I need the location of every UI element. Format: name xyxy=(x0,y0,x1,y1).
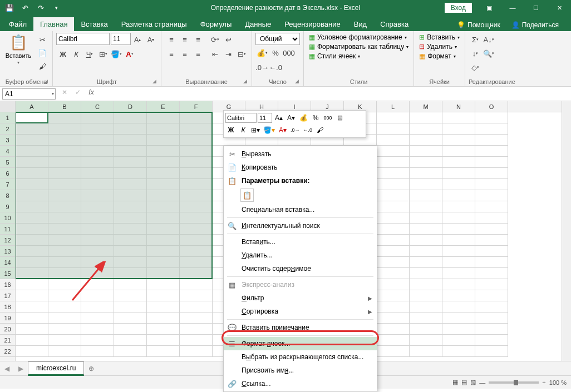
fx-icon[interactable]: fx xyxy=(85,88,98,100)
ctx-pick-from-list[interactable]: Выбрать из раскрывающегося списка... xyxy=(224,350,377,364)
row-header[interactable]: 7 xyxy=(0,179,15,190)
ctx-define-name[interactable]: Присвоить имя... xyxy=(224,364,377,377)
mini-increase-font-icon[interactable]: A▴ xyxy=(273,112,284,123)
sheet-tab[interactable]: microexcel.ru xyxy=(28,361,84,376)
mini-dec-decimal-icon[interactable]: ←.0 xyxy=(302,125,314,136)
sort-filter-icon[interactable]: A↓▾ xyxy=(483,33,495,46)
delete-cells-button[interactable]: ⊟Удалить▾ xyxy=(417,42,459,51)
ctx-filter[interactable]: Фильтр▶ xyxy=(224,291,377,305)
number-format-select[interactable]: Общий xyxy=(255,33,300,45)
tab-help[interactable]: Справка xyxy=(373,17,415,31)
row-header[interactable]: 4 xyxy=(0,146,15,157)
row-header[interactable]: 2 xyxy=(0,123,15,135)
enter-formula-icon[interactable]: ✓ xyxy=(71,88,85,100)
copy-icon[interactable]: 📄 xyxy=(36,47,48,59)
column-header[interactable]: O xyxy=(475,101,508,112)
redo-icon[interactable]: ↷ xyxy=(33,1,48,14)
dialog-launcher-icon[interactable]: ◢ xyxy=(242,78,248,85)
ctx-cut[interactable]: ✂Вырезать xyxy=(224,147,377,161)
align-bottom-icon[interactable]: ≡ xyxy=(192,33,204,46)
column-header[interactable]: L xyxy=(377,101,410,112)
zoom-out-icon[interactable]: — xyxy=(479,379,485,386)
tab-review[interactable]: Рецензирование xyxy=(278,17,347,31)
sheet-nav-prev-icon[interactable]: ◀ xyxy=(0,365,14,373)
signin-button[interactable]: Вход xyxy=(445,3,472,13)
tab-home[interactable]: Главная xyxy=(33,17,74,31)
row-header[interactable]: 3 xyxy=(0,135,15,146)
mini-italic-icon[interactable]: К xyxy=(238,125,249,136)
mini-fill-color-icon[interactable]: 🪣▾ xyxy=(262,125,276,136)
dialog-launcher-icon[interactable]: ◢ xyxy=(42,78,49,85)
minimize-icon[interactable]: — xyxy=(501,0,524,16)
column-header[interactable]: C xyxy=(81,101,114,112)
mini-font-size[interactable] xyxy=(258,113,272,123)
zoom-in-icon[interactable]: + xyxy=(542,379,545,386)
tab-insert[interactable]: Вставка xyxy=(74,17,114,31)
maximize-icon[interactable]: ☐ xyxy=(524,0,548,16)
column-header[interactable]: B xyxy=(48,101,81,112)
font-color-icon[interactable]: A▾ xyxy=(124,48,136,60)
zoom-level[interactable]: 100 % xyxy=(549,379,567,386)
ctx-insert-comment[interactable]: 💬Вставить примечание xyxy=(224,321,377,334)
row-header[interactable]: 20 xyxy=(0,324,15,335)
mini-comma-icon[interactable]: 000 xyxy=(322,112,333,123)
vertical-scrollbar[interactable] xyxy=(562,101,571,361)
decrease-font-icon[interactable]: A▾ xyxy=(145,33,157,46)
ctx-delete[interactable]: Удалить... xyxy=(224,249,377,262)
row-header[interactable]: 19 xyxy=(0,312,15,324)
row-header[interactable]: 10 xyxy=(0,212,15,224)
ctx-link[interactable]: 🔗Ссылка... xyxy=(224,377,377,390)
column-header[interactable]: D xyxy=(114,101,147,112)
view-page-layout-icon[interactable]: ▤ xyxy=(461,379,467,386)
paste-option-default[interactable]: 📋 xyxy=(240,188,254,202)
ctx-insert[interactable]: Вставить... xyxy=(224,235,377,249)
formula-input[interactable] xyxy=(98,88,571,100)
mini-font-color-icon[interactable]: A▾ xyxy=(277,125,288,136)
decrease-indent-icon[interactable]: ⇤ xyxy=(209,48,221,60)
decrease-decimal-icon[interactable]: ←.0 xyxy=(269,61,282,73)
row-header[interactable]: 18 xyxy=(0,301,15,312)
percent-icon[interactable]: % xyxy=(269,47,282,59)
find-icon[interactable]: 🔍▾ xyxy=(483,47,495,59)
ctx-format-cells[interactable]: ☰Формат ячеек... xyxy=(224,337,377,350)
merge-cells-icon[interactable]: ⊟▾ xyxy=(235,48,248,60)
dialog-launcher-icon[interactable]: ◢ xyxy=(151,78,157,85)
name-box[interactable]: A1▾ xyxy=(2,88,56,100)
column-header[interactable]: E xyxy=(147,101,180,112)
row-header[interactable]: 12 xyxy=(0,235,15,246)
font-name-select[interactable] xyxy=(56,33,110,45)
tab-page-layout[interactable]: Разметка страницы xyxy=(115,17,194,31)
view-page-break-icon[interactable]: ▧ xyxy=(470,379,476,386)
increase-decimal-icon[interactable]: .0→ xyxy=(256,61,268,73)
mini-merge-icon[interactable]: ⊟ xyxy=(334,112,346,123)
row-header[interactable]: 5 xyxy=(0,157,15,168)
view-normal-icon[interactable]: ▦ xyxy=(452,379,458,386)
mini-percent-icon[interactable]: % xyxy=(310,112,321,123)
paste-button[interactable]: 📋 Вставить ▾ xyxy=(3,33,33,66)
column-header[interactable]: A xyxy=(16,101,48,112)
fill-down-icon[interactable]: ↓▾ xyxy=(469,47,481,59)
italic-button[interactable]: К xyxy=(70,48,82,60)
underline-button[interactable]: Ч ▾ xyxy=(83,48,96,60)
row-header[interactable]: 11 xyxy=(0,224,15,235)
align-top-icon[interactable]: ≡ xyxy=(165,33,178,46)
currency-icon[interactable]: 💰▾ xyxy=(256,47,268,59)
column-header[interactable]: F xyxy=(180,101,213,112)
align-middle-icon[interactable]: ≡ xyxy=(179,33,191,46)
cancel-formula-icon[interactable]: ✕ xyxy=(58,88,71,100)
ribbon-options-icon[interactable]: ▣ xyxy=(478,0,501,16)
format-cells-button[interactable]: ▦Формат▾ xyxy=(417,52,457,61)
align-center-icon[interactable]: ≡ xyxy=(179,48,191,60)
row-header[interactable]: 16 xyxy=(0,279,15,290)
ctx-paste-special[interactable]: Специальная вставка... xyxy=(224,203,377,216)
share-button[interactable]: 👤Поделиться xyxy=(506,19,564,31)
tab-file[interactable]: Файл xyxy=(2,17,33,31)
row-header[interactable]: 9 xyxy=(0,201,15,212)
row-header[interactable]: 17 xyxy=(0,290,15,301)
dialog-launcher-icon[interactable]: ◢ xyxy=(293,78,300,85)
row-header[interactable]: 15 xyxy=(0,268,15,279)
orientation-icon[interactable]: ⟳▾ xyxy=(209,33,221,46)
column-header[interactable]: M xyxy=(410,101,442,112)
column-header[interactable]: N xyxy=(442,101,475,112)
format-painter-icon[interactable]: 🖌 xyxy=(36,60,48,72)
